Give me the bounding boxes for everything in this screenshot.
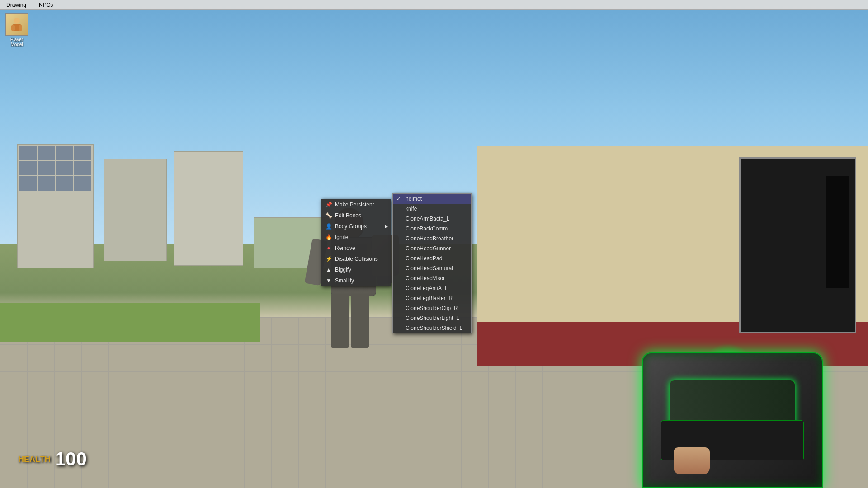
make-persistent-label: Make Persistent bbox=[335, 202, 374, 208]
menu-npcs[interactable]: NPCs bbox=[36, 1, 56, 9]
weapon-body bbox=[642, 352, 823, 488]
ctx-remove[interactable]: ● Remove bbox=[321, 243, 391, 253]
submenu-clone-head-pad[interactable]: CloneHeadPad bbox=[393, 253, 471, 263]
clone-leg-antia-l-label: CloneLegAntiA_L bbox=[406, 285, 448, 291]
knife-label: knife bbox=[406, 206, 417, 212]
building-3 bbox=[174, 151, 243, 266]
ignite-icon: 🔥 bbox=[325, 234, 332, 241]
submenu-clone-head-visor[interactable]: CloneHeadVisor bbox=[393, 273, 471, 283]
svg-rect-3 bbox=[19, 25, 22, 31]
menu-drawing[interactable]: Drawing bbox=[4, 1, 29, 9]
clone-head-breather-label: CloneHeadBreather bbox=[406, 235, 453, 242]
health-label: HEALTH bbox=[18, 455, 51, 464]
submenu-clone-shoulder-shield-l[interactable]: CloneShoulderShield_L bbox=[393, 323, 471, 333]
biggify-icon: ▲ bbox=[325, 266, 332, 273]
clone-head-samurai-label: CloneHeadSamurai bbox=[406, 265, 453, 272]
clone-arm-bacta-l-label: CloneArmBacta_L bbox=[406, 216, 449, 222]
ctx-smallify[interactable]: ▼ Smallify bbox=[321, 275, 391, 286]
ctx-biggify[interactable]: ▲ Biggify bbox=[321, 264, 391, 275]
svg-rect-2 bbox=[11, 25, 15, 31]
clone-head-visor-label: CloneHeadVisor bbox=[406, 275, 445, 282]
player-hand bbox=[674, 447, 710, 474]
smallify-label: Smallify bbox=[335, 277, 354, 284]
submenu-clone-head-samurai[interactable]: CloneHeadSamurai bbox=[393, 263, 471, 273]
clone-head-pad-label: CloneHeadPad bbox=[406, 255, 442, 262]
npc-leg-left bbox=[331, 294, 349, 348]
clone-leg-blaster-r-label: CloneLegBlaster_R bbox=[406, 295, 453, 301]
context-menu: 📌 Make Persistent 🦴 Edit Bones 👤 Body Gr… bbox=[321, 199, 391, 286]
tunnel-inner bbox=[826, 176, 849, 289]
ctx-edit-bones[interactable]: 🦴 Edit Bones bbox=[321, 210, 391, 221]
submenu-clone-head-breather[interactable]: CloneHeadBreather bbox=[393, 234, 471, 244]
player-model-icon-box bbox=[5, 13, 28, 36]
body-groups-submenu: ✓ helmet knife CloneArmBacta_L CloneBack… bbox=[392, 193, 472, 333]
remove-icon: ● bbox=[325, 244, 332, 252]
submenu-knife[interactable]: knife bbox=[393, 204, 471, 214]
submenu-clone-leg-blaster-r[interactable]: CloneLegBlaster_R bbox=[393, 293, 471, 303]
buildings-area bbox=[0, 136, 347, 283]
submenu-clone-shoulder-clip-r[interactable]: CloneShoulderClip_R bbox=[393, 303, 471, 313]
body-groups-label: Body Groups bbox=[335, 223, 367, 230]
building-1 bbox=[17, 144, 94, 268]
building-2 bbox=[104, 159, 166, 261]
clone-shoulder-light-l-label: CloneShoulderLight_L bbox=[406, 315, 459, 321]
helmet-checkmark: ✓ bbox=[396, 196, 403, 202]
disable-collisions-icon: ⚡ bbox=[325, 255, 332, 263]
player-model-svg-icon bbox=[9, 16, 25, 33]
ctx-ignite[interactable]: 🔥 Ignite bbox=[321, 232, 391, 243]
ctx-make-persistent[interactable]: 📌 Make Persistent bbox=[321, 199, 391, 210]
body-groups-icon: 👤 bbox=[325, 223, 332, 230]
submenu-clone-arm-bacta-l[interactable]: CloneArmBacta_L bbox=[393, 214, 471, 224]
biggify-label: Biggify bbox=[335, 267, 351, 273]
disable-collisions-label: Disable Collisions bbox=[335, 256, 378, 262]
submenu-helmet[interactable]: ✓ helmet bbox=[393, 194, 471, 204]
weapon-area bbox=[597, 307, 868, 488]
tunnel bbox=[739, 157, 856, 333]
clone-shoulder-shield-l-label: CloneShoulderShield_L bbox=[406, 325, 462, 331]
player-model-button[interactable]: Player Model bbox=[4, 13, 30, 48]
svg-point-0 bbox=[14, 18, 20, 24]
smallify-icon: ▼ bbox=[325, 277, 332, 284]
hud-health: HEALTH 100 bbox=[18, 448, 87, 470]
ctx-body-groups[interactable]: 👤 Body Groups bbox=[321, 221, 391, 232]
make-persistent-icon: 📌 bbox=[325, 201, 332, 208]
clone-shoulder-clip-r-label: CloneShoulderClip_R bbox=[406, 305, 458, 311]
submenu-clone-leg-antia-l[interactable]: CloneLegAntiA_L bbox=[393, 283, 471, 293]
edit-bones-label: Edit Bones bbox=[335, 212, 361, 219]
clone-head-gunner-label: CloneHeadGunner bbox=[406, 245, 451, 252]
player-model-label: Player Model bbox=[4, 37, 30, 47]
grass-strip bbox=[0, 303, 260, 342]
remove-label: Remove bbox=[335, 245, 355, 251]
ctx-disable-collisions[interactable]: ⚡ Disable Collisions bbox=[321, 253, 391, 264]
submenu-clone-back-comm[interactable]: CloneBackComm bbox=[393, 224, 471, 234]
edit-bones-icon: 🦴 bbox=[325, 212, 332, 219]
clone-back-comm-label: CloneBackComm bbox=[406, 225, 448, 232]
submenu-clone-shoulder-light-l[interactable]: CloneShoulderLight_L bbox=[393, 313, 471, 323]
ignite-label: Ignite bbox=[335, 234, 348, 240]
npc-leg-right bbox=[351, 294, 369, 348]
submenu-clone-head-gunner[interactable]: CloneHeadGunner bbox=[393, 244, 471, 253]
health-value: 100 bbox=[55, 448, 87, 470]
helmet-label: helmet bbox=[406, 196, 422, 202]
menu-bar: Drawing NPCs bbox=[0, 0, 868, 10]
